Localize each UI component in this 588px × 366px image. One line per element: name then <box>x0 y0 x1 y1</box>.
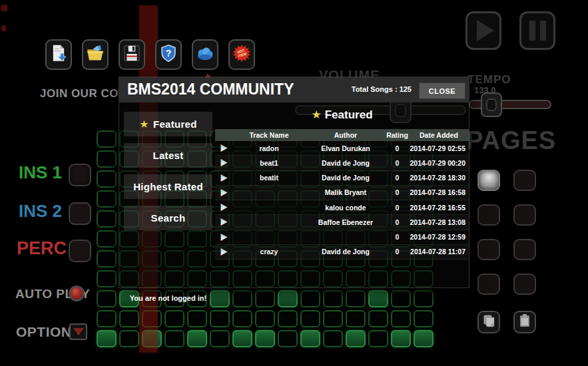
cell-track: beatit <box>232 174 306 182</box>
step-cell-r8-c10[interactable] <box>323 290 343 307</box>
page-button-3[interactable] <box>477 204 500 226</box>
step-cell-r9-c3[interactable] <box>164 310 184 327</box>
table-row[interactable]: radonElvan Durukan02014-07-29 02:55 <box>215 141 469 156</box>
step-cell-r4-c0[interactable] <box>97 210 117 228</box>
step-cell-r9-c11[interactable] <box>346 310 366 327</box>
step-cell-r8-c9[interactable] <box>300 290 320 307</box>
row-play-icon[interactable] <box>215 158 232 167</box>
step-cell-r8-c14[interactable] <box>414 290 434 307</box>
step-cell-r0-c0[interactable] <box>97 130 117 148</box>
table-row[interactable]: kalou conde02014-07-28 16:55 <box>215 200 469 215</box>
step-cell-r8-c6[interactable] <box>232 290 252 307</box>
save-button[interactable] <box>119 39 145 70</box>
step-cell-r10-c8[interactable] <box>278 330 298 347</box>
instrument-button-perc[interactable] <box>69 240 91 262</box>
cell-author: David de Jong <box>306 174 386 182</box>
table-row[interactable]: Malik Bryant02014-07-28 16:58 <box>215 186 469 200</box>
step-cell-r9-c9[interactable] <box>300 310 320 327</box>
page-button-5[interactable] <box>477 239 500 260</box>
page-button-4[interactable] <box>513 204 536 226</box>
step-cell-r5-c0[interactable] <box>97 230 117 248</box>
step-cell-r10-c1[interactable] <box>119 330 139 347</box>
row-play-icon[interactable] <box>215 188 232 197</box>
nav-latest[interactable]: Latest <box>124 143 212 168</box>
step-cell-r8-c7[interactable] <box>255 290 275 307</box>
nav-search[interactable]: Search <box>124 206 212 230</box>
step-cell-r8-c11[interactable] <box>346 290 366 307</box>
page-button-1[interactable] <box>477 170 500 191</box>
step-cell-r2-c0[interactable] <box>97 170 117 188</box>
open-folder-button[interactable] <box>82 39 109 70</box>
step-cell-r6-c0[interactable] <box>97 250 117 268</box>
community-dialog: BMS2014 COMMUNITY Total Songs : 125 CLOS… <box>119 77 469 288</box>
table-row[interactable]: beat1David de Jong02014-07-29 00:20 <box>215 156 469 170</box>
pause-button[interactable] <box>519 11 555 50</box>
page-button-2[interactable] <box>513 170 536 191</box>
step-cell-r10-c9[interactable] <box>300 330 320 347</box>
step-cell-r10-c4[interactable] <box>187 330 207 347</box>
open-folder-icon <box>86 44 105 65</box>
step-cell-r9-c8[interactable] <box>278 310 298 327</box>
row-play-icon[interactable] <box>215 218 232 226</box>
row-play-icon[interactable] <box>215 248 232 256</box>
instrument-button-ins1[interactable] <box>69 164 91 186</box>
table-row[interactable]: crazyDavid de Jong02014-07-28 11:07 <box>215 245 469 260</box>
nav-featured[interactable]: ★Featured <box>124 112 212 136</box>
step-cell-r7-c0[interactable] <box>97 270 117 287</box>
table-row[interactable]: Baffoe Ebenezer02014-07-28 13:08 <box>215 215 469 230</box>
instrument-button-ins2[interactable] <box>69 202 91 225</box>
tempo-slider-handle[interactable] <box>481 92 502 117</box>
step-cell-r8-c12[interactable] <box>368 290 388 307</box>
step-cell-r9-c7[interactable] <box>255 310 275 327</box>
step-cell-r9-c13[interactable] <box>391 310 411 327</box>
step-cell-r1-c0[interactable] <box>97 150 117 168</box>
step-cell-r10-c0[interactable] <box>97 330 117 347</box>
row-play-icon[interactable] <box>215 233 232 242</box>
table-row[interactable]: beatitDavid de Jong02014-07-28 18:30 <box>215 171 469 186</box>
step-cell-r10-c13[interactable] <box>391 330 411 347</box>
step-cell-r3-c0[interactable] <box>97 190 117 208</box>
step-cell-r10-c10[interactable] <box>323 330 343 347</box>
hot-item-button[interactable]: HOTITEM <box>228 39 255 70</box>
close-button[interactable]: CLOSE <box>419 83 465 99</box>
copy-page-button[interactable] <box>477 311 500 333</box>
options-dropdown-button[interactable] <box>69 323 87 340</box>
row-play-icon[interactable] <box>215 174 232 182</box>
step-cell-r10-c6[interactable] <box>232 330 252 347</box>
step-cell-r10-c7[interactable] <box>255 330 275 347</box>
new-file-button[interactable] <box>45 39 72 70</box>
step-cell-r10-c5[interactable] <box>210 330 230 347</box>
autoplay-toggle[interactable] <box>69 285 85 301</box>
step-cell-r8-c5[interactable] <box>210 290 230 307</box>
step-cell-r9-c12[interactable] <box>368 310 388 327</box>
step-cell-r9-c10[interactable] <box>323 310 343 327</box>
page-button-6[interactable] <box>513 239 536 260</box>
row-play-icon[interactable] <box>215 144 232 152</box>
step-cell-r9-c14[interactable] <box>414 310 434 327</box>
cell-rating: 0 <box>386 188 409 196</box>
step-cell-r8-c13[interactable] <box>391 290 411 307</box>
step-cell-r10-c11[interactable] <box>346 330 366 347</box>
step-cell-r8-c0[interactable] <box>97 290 117 307</box>
step-cell-r10-c14[interactable] <box>414 330 434 347</box>
step-cell-r9-c6[interactable] <box>232 310 252 327</box>
step-cell-r10-c12[interactable] <box>368 330 388 347</box>
save-icon <box>123 44 141 65</box>
help-button[interactable]: ? <box>155 39 182 70</box>
play-button[interactable] <box>465 11 501 50</box>
dialog-header: BMS2014 COMMUNITY Total Songs : 125 CLOS… <box>119 77 469 102</box>
page-button-8[interactable] <box>513 274 536 295</box>
paste-page-button[interactable] <box>513 311 536 333</box>
step-cell-r9-c1[interactable] <box>119 310 139 327</box>
community-button[interactable] <box>192 39 218 70</box>
row-play-icon[interactable] <box>215 203 232 212</box>
table-row[interactable]: 02014-07-28 12:59 <box>215 230 469 245</box>
step-cell-r9-c4[interactable] <box>187 310 207 327</box>
nav-highest-rated[interactable]: Highest Rated <box>124 174 212 199</box>
step-cell-r8-c8[interactable] <box>278 290 298 307</box>
step-cell-r9-c5[interactable] <box>210 310 230 327</box>
step-cell-r9-c0[interactable] <box>97 310 117 327</box>
page-button-7[interactable] <box>477 274 500 295</box>
nav-label: Search <box>151 212 186 224</box>
step-cell-r10-c3[interactable] <box>164 330 184 347</box>
